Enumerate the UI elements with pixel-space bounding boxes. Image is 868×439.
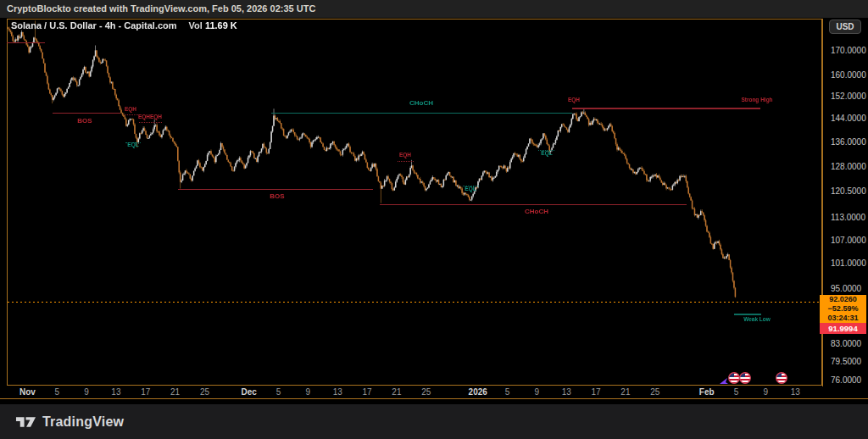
time-tick-label: 17 (141, 387, 150, 397)
us-flag-sticker[interactable] (739, 372, 751, 384)
price-tick-label: 76.0000 (831, 375, 861, 385)
time-tick-label: 9 (535, 387, 540, 397)
chart-legend[interactable]: Solana / U.S. Dollar - 4h - Capital.comV… (11, 20, 237, 31)
time-tick-label: 17 (592, 387, 601, 397)
bar-countdown: 03:24:31 (820, 314, 866, 323)
tradingview-logo-icon (15, 415, 36, 429)
tradingview-chart-window: CryptoBlockto created with TradingView.c… (0, 0, 868, 439)
time-tick-label: 5 (505, 387, 510, 397)
price-tick-label: 128.0000 (831, 162, 866, 171)
tradingview-brand-text: TradingView (42, 414, 124, 430)
time-tick-label: Feb (699, 387, 715, 397)
price-axis[interactable]: 170.0000160.0000152.0000144.0000136.0000… (822, 19, 868, 398)
usd-button[interactable]: USD (829, 19, 861, 34)
footer-bar: TradingView (0, 404, 868, 439)
price-tick-label: 95.0000 (831, 284, 861, 293)
time-tick-label: 25 (200, 387, 209, 397)
axis-baseline (0, 398, 868, 399)
price-tick-label: 152.0000 (831, 92, 866, 101)
current-price-line (8, 302, 821, 303)
change-percent: −52.59% (820, 304, 866, 314)
time-tick-label: 13 (562, 387, 571, 397)
time-tick-label: Dec (242, 387, 257, 397)
us-flag-sticker[interactable] (776, 372, 787, 384)
time-tick-label: 9 (306, 387, 311, 397)
watermark-text: CryptoBlockto created with TradingView.c… (0, 0, 868, 18)
prev-close-badge[interactable]: 91.9994 (820, 323, 866, 334)
time-tick-label: 13 (111, 387, 120, 397)
time-tick-label: 5 (54, 387, 59, 397)
time-tick-label: 25 (421, 387, 431, 397)
symbol-title[interactable]: Solana / U.S. Dollar - 4h - Capital.com (11, 20, 177, 31)
time-tick-label: Nov (19, 387, 36, 397)
time-tick-label: 25 (650, 387, 659, 397)
time-tick-label: 13 (333, 387, 342, 397)
price-tick-label: 83.0000 (831, 339, 861, 348)
tradingview-logo[interactable]: TradingView (15, 414, 124, 430)
time-tick-label: 21 (392, 387, 401, 397)
time-tick-label: 9 (764, 387, 769, 397)
price-tick-label: 144.0000 (831, 114, 866, 123)
price-tick-label: 136.0000 (831, 137, 866, 147)
price-tick-label: 79.5000 (831, 357, 861, 366)
time-tick-label: 5 (734, 387, 739, 397)
time-tick-label: 13 (791, 387, 800, 397)
time-axis[interactable]: Nov5913172125Dec591317212520265913172125… (0, 386, 868, 398)
time-tick-label: 2026 (469, 387, 487, 397)
time-tick-label: 9 (84, 387, 89, 397)
price-tick-label: 107.0000 (831, 236, 866, 245)
time-tick-label: 21 (620, 387, 630, 397)
price-chart-canvas[interactable] (8, 19, 821, 385)
volume-label: Vol (189, 20, 203, 31)
us-flag-sticker[interactable] (728, 372, 740, 384)
time-tick-label: 17 (362, 387, 371, 397)
price-tick-label: 160.0000 (831, 70, 866, 80)
price-tick-label: 170.0000 (831, 46, 866, 55)
price-tick-label: 113.0000 (831, 213, 865, 222)
price-tick-label: 101.0000 (831, 258, 866, 268)
last-price-badge[interactable]: 92.0260 −52.59% 03:24:31 (820, 295, 866, 323)
price-tick-label: 120.5000 (831, 186, 866, 196)
last-price-value: 92.0260 (820, 295, 866, 304)
time-tick-label: 5 (276, 387, 281, 397)
time-tick-label: 21 (170, 387, 180, 397)
volume-value: 11.69 K (205, 20, 237, 31)
watermark-bar: CryptoBlockto created with TradingView.c… (0, 0, 868, 18)
